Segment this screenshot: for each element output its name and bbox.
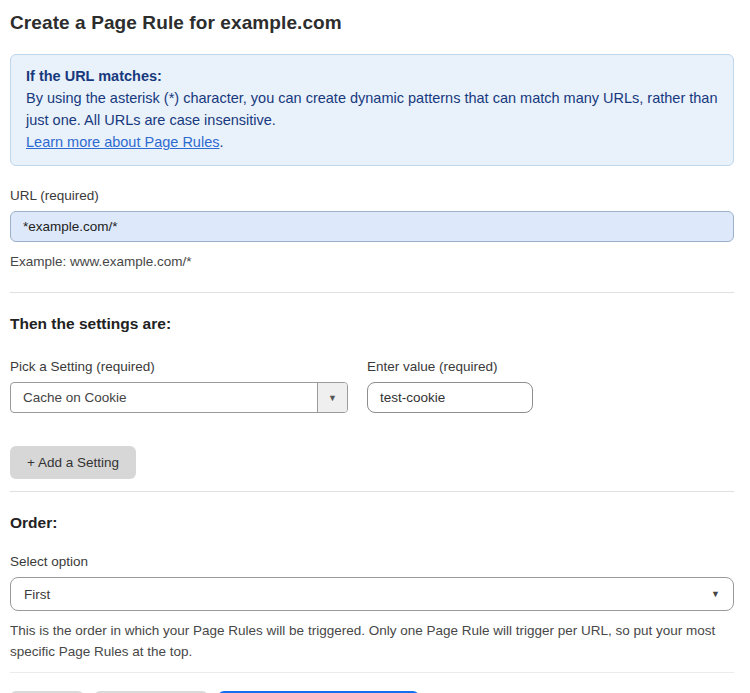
link-suffix-period: . [219, 134, 223, 150]
divider [10, 491, 734, 492]
value-input-label: Enter value (required) [367, 359, 533, 374]
info-box-heading: If the URL matches: [26, 65, 718, 87]
divider [10, 292, 734, 293]
divider [10, 672, 734, 673]
learn-more-link[interactable]: Learn more about Page Rules [26, 134, 219, 150]
info-box-link-line: Learn more about Page Rules. [26, 131, 718, 153]
order-section-heading: Order: [10, 514, 734, 532]
setting-select-label: Pick a Setting (required) [10, 359, 348, 374]
order-select-label: Select option [10, 554, 734, 569]
url-example-helper: Example: www.example.com/* [10, 251, 734, 272]
order-select-value: First [24, 587, 50, 602]
settings-row: Pick a Setting (required) Cache on Cooki… [10, 333, 734, 413]
setting-select-column: Pick a Setting (required) Cache on Cooki… [10, 333, 348, 413]
setting-value-input[interactable] [367, 382, 533, 413]
page-title: Create a Page Rule for example.com [10, 12, 734, 34]
settings-section-heading: Then the settings are: [10, 315, 734, 333]
url-field-label: URL (required) [10, 188, 734, 203]
info-box-body: By using the asterisk (*) character, you… [26, 87, 718, 131]
url-matches-info-box: If the URL matches: By using the asteris… [10, 54, 734, 166]
url-input[interactable] [10, 211, 734, 242]
order-helper-text: This is the order in which your Page Rul… [10, 620, 734, 662]
chevron-down-icon[interactable]: ▼ [317, 383, 347, 412]
setting-select[interactable]: Cache on Cookie ▼ [10, 382, 348, 413]
setting-value-column: Enter value (required) [367, 333, 533, 413]
setting-select-value: Cache on Cookie [11, 383, 317, 412]
add-setting-button[interactable]: + Add a Setting [10, 446, 136, 479]
chevron-down-icon: ▼ [711, 589, 720, 599]
order-select[interactable]: First ▼ [10, 577, 734, 611]
